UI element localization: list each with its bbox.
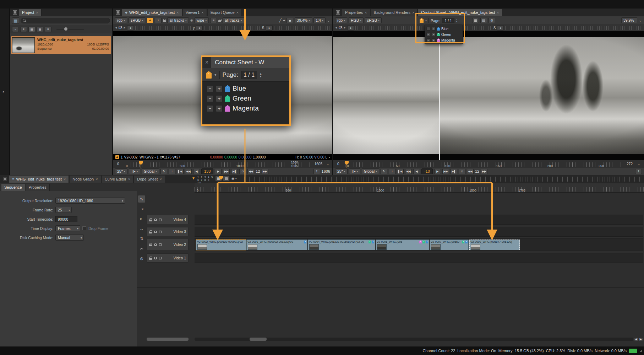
contact-sheet-image-right[interactable]	[440, 37, 644, 154]
collapse-icon[interactable]: ⌄	[637, 162, 640, 166]
skip-amount[interactable]: 12	[256, 169, 260, 173]
add-tag-button[interactable]: +	[216, 105, 223, 112]
zoom-tool[interactable]: ⊕	[138, 255, 145, 262]
export-icon[interactable]: ↧	[635, 169, 642, 174]
gain-slider[interactable]	[135, 26, 191, 30]
jump-end-button[interactable]: ▶▌	[451, 169, 457, 174]
green-tag-icon[interactable]	[422, 240, 425, 243]
range-mode-select[interactable]: Global▾	[362, 168, 379, 174]
visibility-icon[interactable]	[154, 243, 157, 246]
resize-grip-icon[interactable]: ◢	[639, 349, 642, 353]
a-buffer-index[interactable]: 1	[155, 18, 162, 23]
track-lane-video3[interactable]	[195, 227, 643, 237]
add-tag-button[interactable]: +	[216, 95, 223, 102]
remove-tag-button[interactable]: −	[426, 27, 430, 31]
grid-view-button[interactable]: ▦	[28, 27, 35, 32]
close-icon[interactable]: ×	[236, 10, 239, 15]
remove-tag-button[interactable]: −	[426, 33, 430, 36]
skip-back-button[interactable]: ◀◀	[247, 169, 254, 174]
jump-start-button[interactable]: ▌◀	[177, 169, 184, 174]
close-icon[interactable]: ×	[205, 59, 208, 66]
tag-menu-item-green[interactable]: − + Green	[426, 32, 461, 37]
info-caret-icon[interactable]: ▾	[329, 156, 330, 159]
gamma-value[interactable]: 1	[196, 25, 203, 31]
tab-viewer1[interactable]: Viewer1×	[183, 9, 207, 16]
close-icon[interactable]: ×	[497, 10, 499, 15]
scroll-left-button[interactable]: ◀	[634, 337, 638, 341]
current-frame-field[interactable]: 138	[201, 168, 213, 174]
contact-sheet-grid-icon[interactable]: ▦	[472, 18, 479, 23]
expand-panel-icon[interactable]: ▸	[3, 90, 5, 93]
small-grid-view-button[interactable]: ▦	[37, 27, 43, 32]
drop-frame-checkbox[interactable]	[82, 226, 86, 230]
lock-icon[interactable]	[149, 230, 152, 233]
contact-sheet-rows-icon[interactable]: ▤	[480, 18, 487, 23]
tag-menu-item-green[interactable]: − + Green	[207, 95, 285, 102]
fstop-prev-icon[interactable]: ◀	[335, 26, 337, 29]
panel-window-icon[interactable]	[13, 10, 17, 15]
track-header-video2[interactable]: Video 2	[147, 239, 189, 250]
project-item-sequence[interactable]: WHG_edit_nuke_tags test 1920x1080 1606f …	[11, 36, 111, 54]
play-forward-button[interactable]: ▶▶	[223, 169, 230, 174]
loop-button[interactable]: ↻	[381, 169, 387, 174]
tab-properties[interactable]: Properties×	[342, 9, 370, 16]
page-spinner[interactable]: ▴▾	[456, 19, 457, 22]
blue-tag-icon[interactable]	[304, 240, 306, 243]
add-tag-button[interactable]: +	[432, 27, 436, 31]
saturation-slider[interactable]	[505, 26, 642, 30]
timeline-list-view-button[interactable]: ▤	[223, 176, 230, 181]
tab-sequence[interactable]: Sequence	[1, 184, 25, 191]
page-spinner[interactable]: ▴▾	[260, 72, 262, 78]
time-display-select[interactable]: Frames	[55, 225, 80, 231]
tag-icon[interactable]	[206, 71, 212, 79]
colorspace-select[interactable]: sRGB▾	[129, 17, 145, 23]
start-timecode-field[interactable]: 90000	[55, 216, 77, 222]
props-timeline-ruler[interactable]: 0 -10 0 50 100 150 200 250 272 ⌄	[333, 160, 644, 168]
tab-node-graph[interactable]: Node Graph×	[70, 176, 101, 183]
tag-menu-item-magenta[interactable]: − + Magenta	[426, 37, 461, 43]
blue-tag-icon[interactable]	[372, 240, 374, 243]
skip-back-button[interactable]: ◀◀	[467, 169, 474, 174]
range-mode-select[interactable]: Global▾	[142, 168, 159, 174]
tag-menu-item-blue[interactable]: − + Blue	[426, 26, 461, 32]
skip-amount[interactable]: 12	[475, 169, 479, 173]
thumbnail-size-slider[interactable]	[56, 29, 84, 29]
add-marker-icon[interactable]: ▼	[192, 176, 195, 180]
b-buffer-badge[interactable]: B	[210, 18, 217, 23]
view-mode-button[interactable]: ▦	[12, 17, 19, 24]
list-view-button[interactable]: ≡	[20, 27, 27, 32]
fps-select[interactable]: 25*▾	[115, 168, 127, 174]
skip-forward-button[interactable]: ▶▶	[262, 169, 268, 174]
out-point-button[interactable]: O	[459, 169, 465, 174]
colorspace-select[interactable]: sRGB▾	[365, 17, 382, 23]
magenta-tag-icon[interactable]	[419, 240, 422, 243]
lock-icon[interactable]	[149, 243, 152, 246]
lock-icon[interactable]	[149, 257, 152, 260]
wipe-handle-icon[interactable]: ╱	[279, 18, 282, 23]
tab-contact-sheet[interactable]: Contact Sheet - WHG_edit_nuke_tags test×	[418, 9, 502, 16]
blue-tag-icon[interactable]	[465, 240, 468, 243]
crosshair-icon[interactable]: +	[283, 18, 285, 22]
tab-sequence-properties[interactable]: Properties	[26, 184, 50, 191]
disk-caching-select[interactable]: Manual	[55, 235, 84, 241]
skip-forward-button[interactable]: ▶▶	[481, 169, 487, 174]
a-track-select[interactable]: all tracks▾	[167, 17, 189, 23]
contact-sheet-image-left[interactable]	[333, 37, 439, 154]
green-tag-icon[interactable]	[369, 240, 371, 243]
blue-tag-icon[interactable]	[426, 240, 428, 243]
add-tag-button[interactable]: +	[216, 85, 223, 92]
viewer-timeline-ruler[interactable]: 0 0 500 1000 1500 1605 1605 ⌄	[113, 160, 332, 168]
playhead-marker[interactable]	[139, 161, 143, 168]
channel-select[interactable]: rgb▾	[335, 17, 347, 23]
timeline-clip[interactable]: V2-0004_WHG.[001233-001598]/V2 (V2-00	[308, 240, 375, 250]
track-header-video4[interactable]: Video 4	[147, 215, 189, 224]
tab-sequence-viewer[interactable]: ◆WHG_edit_nuke_tags test×	[122, 9, 182, 16]
tag-icon[interactable]	[420, 18, 424, 23]
trim-tool[interactable]: ⇥	[138, 205, 145, 213]
jump-end-button[interactable]: ▶▌	[231, 169, 238, 174]
slide-tool[interactable]: ↔	[138, 225, 145, 232]
lock-icon[interactable]	[218, 19, 221, 22]
step-forward-button[interactable]: ▶	[215, 169, 222, 174]
playhead-marker[interactable]	[345, 161, 349, 168]
saturation-value[interactable]: 1	[266, 25, 273, 31]
